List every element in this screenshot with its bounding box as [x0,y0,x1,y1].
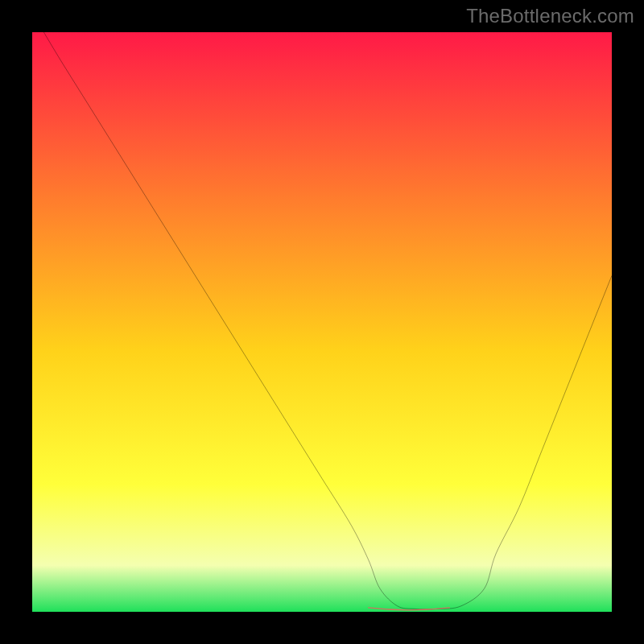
gradient-background [32,32,612,612]
watermark-text: TheBottleneck.com [466,5,634,27]
bottleneck-curve-chart [32,32,612,612]
chart-frame: TheBottleneck.com [0,0,644,644]
